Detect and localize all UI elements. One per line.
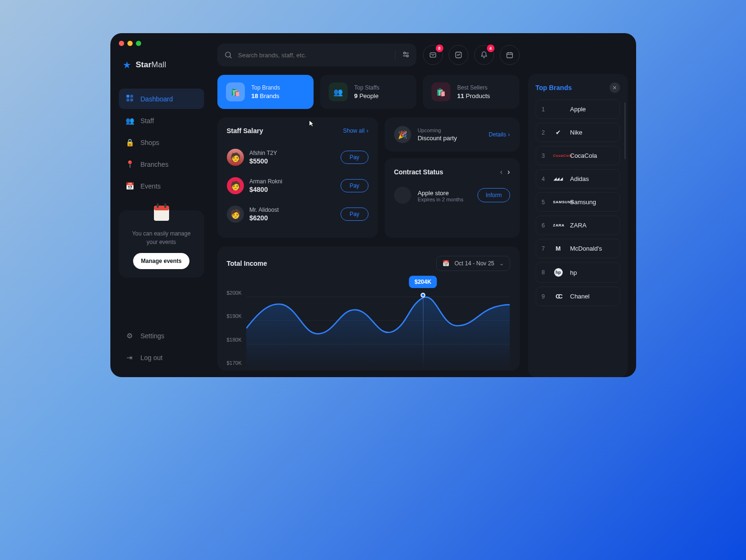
promo-text: You can easily manage your events [126,229,197,246]
minimize-window-icon[interactable] [127,41,133,46]
chart-crosshair [423,293,423,370]
calendar-icon: 📅 [442,260,449,267]
brand-row-adidas[interactable]: 4 ◢◢◢ Adidas [536,169,620,189]
contract-expiry: Expires in 2 months [418,197,464,202]
stat-title: Top Staffs [354,84,379,91]
pay-button[interactable]: Pay [341,151,369,164]
brands-title: Top Brands [536,84,572,91]
brand-name: Nike [570,129,583,136]
svg-point-12 [406,55,408,57]
svg-rect-2 [126,99,129,101]
filter-icon[interactable] [395,51,410,60]
top-brands-panel: Top Brands ✕ 1 Apple 2 ✔ Nike [528,74,628,377]
sidebar-item-logout[interactable]: ⇥ Log out [119,348,204,368]
inbox-button[interactable]: 8 [423,45,443,65]
svg-rect-7 [164,203,166,208]
analytics-icon [455,51,462,59]
brand-name: McDonald's [570,245,602,252]
sidebar-item-label: Dashboard [141,95,173,103]
search-input[interactable] [233,52,395,59]
svg-rect-5 [154,206,169,210]
person-name: Mr. Alidoost [250,207,279,213]
scrollbar[interactable] [624,102,626,159]
brand-row-cocacola[interactable]: 3 CocaCola CocaCola [536,146,620,165]
brand-row-mcdonalds[interactable]: 7 M McDonald's [536,239,620,258]
inform-button[interactable]: Inform [477,188,510,202]
prev-contract-button[interactable]: ‹ [500,168,503,176]
sidebar-item-shops[interactable]: 🔒 Shops [119,133,204,153]
lock-icon: 🔒 [126,138,134,147]
star-icon: ★ [123,59,131,71]
chevron-down-icon: ⌄ [499,260,504,267]
people-icon: 👥 [329,82,348,101]
sidebar-item-label: Staff [141,117,154,125]
analytics-button[interactable] [449,45,468,65]
sidebar-item-label: Shops [141,139,160,146]
sidebar-item-settings[interactable]: ⚙ Settings [119,326,204,346]
brand-row-zara[interactable]: 6 ZARA ZARA [536,216,620,235]
close-panel-button[interactable]: ✕ [610,82,620,93]
pay-button[interactable]: Pay [341,179,369,192]
sidebar-item-label: Settings [141,332,165,340]
search-bar[interactable] [217,44,416,66]
event-details-link[interactable]: Details › [489,131,510,138]
show-all-link[interactable]: Show all › [343,127,368,134]
brand-name: hp [570,269,577,276]
party-icon: 🎉 [394,126,411,143]
inbox-badge: 8 [436,45,443,52]
sidebar-item-staff[interactable]: 👥 Staff [119,111,204,131]
calendar-3d-icon [150,201,173,224]
staff-salary-panel: Staff Salary Show all › 🧑 Afshin T2Y $55… [217,117,378,238]
brand-row-chanel[interactable]: 9 CC Chanel [536,287,620,306]
brand-name: ZARA [570,222,587,229]
avatar: 🧑 [227,149,244,166]
person-name: Afshin T2Y [250,150,277,156]
samsung-logo-icon: SAMSUNG [553,200,564,204]
people-icon: 👥 [126,117,134,125]
sidebar-item-label: Events [141,182,161,190]
avatar: 🧑 [227,177,244,194]
sidebar-item-dashboard[interactable]: Dashboard [119,89,204,109]
upcoming-event-panel: 🎉 Upcoming Discount party Details › [385,117,520,152]
brand-row-nike[interactable]: 2 ✔ Nike [536,123,620,142]
close-window-icon[interactable] [119,41,124,46]
cocacola-logo-icon: CocaCola [553,154,564,158]
svg-rect-3 [130,99,133,101]
panel-title: Staff Salary [227,127,263,135]
notifications-button[interactable]: 4 [474,45,494,65]
stat-card-best-sellers[interactable]: 🛍️ Best Sellers 11 Products [423,75,519,109]
calendar-button[interactable] [500,45,520,65]
stat-card-top-brands[interactable]: 🛍️ Top Brands 18 Brands [217,75,314,109]
brand-row-samsung[interactable]: 5 SAMSUNG Samsung [536,192,620,212]
stat-card-top-staffs[interactable]: 👥 Top Staffs 9 People [320,75,416,109]
brand-rank: 6 [542,222,547,229]
svg-point-10 [404,52,405,54]
svg-line-9 [230,56,231,58]
next-contract-button[interactable]: › [507,168,510,176]
pin-icon: 📍 [126,160,134,169]
bag-icon: 🛍️ [226,82,245,101]
manage-events-button[interactable]: Manage events [133,253,189,269]
stat-value: 11 Products [457,92,490,99]
svg-rect-16 [507,53,512,58]
brand-name: Adidas [570,175,589,182]
person-salary: $5500 [250,157,277,165]
brand-row-hp[interactable]: 8 hp hp [536,262,620,283]
chart-title: Total Income [227,260,267,267]
svg-point-8 [225,52,231,57]
maximize-window-icon[interactable] [136,41,141,46]
stat-value: 18 Brands [252,92,280,99]
sidebar-item-events[interactable]: 📅 Events [119,176,204,196]
pay-button[interactable]: Pay [341,208,369,221]
zara-logo-icon: ZARA [553,223,564,227]
salary-row: 🧑 Arman Rokni $4800 Pay [227,172,369,200]
window-controls[interactable] [119,41,141,46]
stat-title: Top Brands [252,84,280,91]
apple-icon [394,187,411,204]
salary-row: 🧑 Afshin T2Y $5500 Pay [227,143,369,172]
date-range-picker[interactable]: 📅 Oct 14 - Nov 25 ⌄ [436,256,510,271]
person-name: Arman Rokni [250,178,282,185]
stat-value: 9 People [354,92,379,99]
sidebar-item-branches[interactable]: 📍 Branches [119,154,204,174]
brand-row-apple[interactable]: 1 Apple [536,99,620,119]
